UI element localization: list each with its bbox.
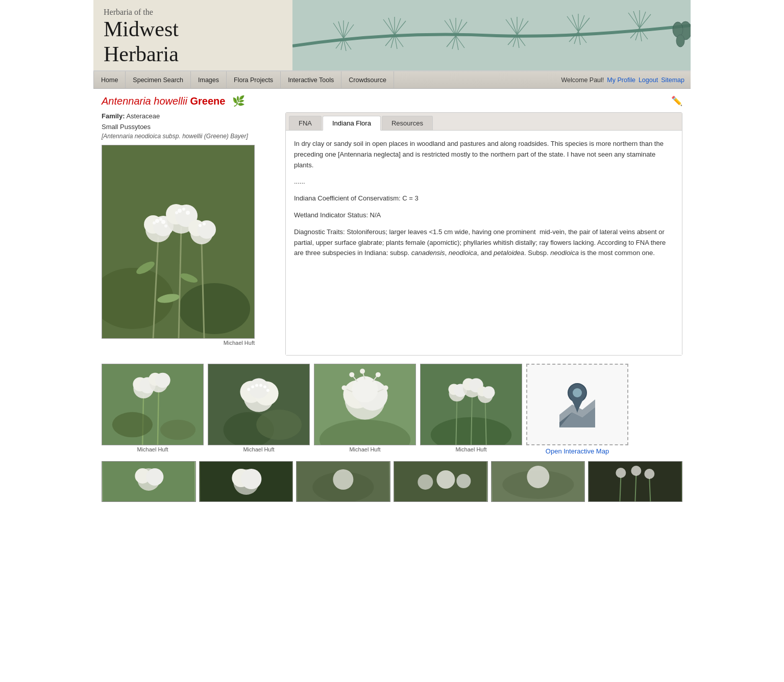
main-content: Antennaria howellii Greene 🌿 ✏️ Family: … [93,89,691,508]
nav-specimen-search[interactable]: Specimen Search [126,71,191,88]
gallery-item-2: Michael Huft [208,364,310,452]
svg-point-104 [249,378,269,399]
svg-point-126 [341,385,347,390]
gallery-item-4: Michael Huft [420,364,522,452]
bottom-thumb-3[interactable] [296,461,390,502]
svg-point-97 [160,420,195,440]
main-specimen-photo[interactable] [102,145,255,339]
svg-point-82 [199,224,202,227]
svg-point-83 [203,222,206,225]
tabs-header: FNA Indiana Flora Resources [286,113,682,131]
svg-point-78 [186,211,190,215]
nav-crowdsource[interactable]: Crowdsource [341,71,394,88]
svg-point-71 [164,224,167,228]
bottom-thumb-1[interactable] [102,461,196,502]
svg-point-96 [112,412,153,438]
content-diagnostic: Diagnostic Traits: Stoloniferous; larger… [294,227,674,259]
svg-point-100 [256,410,302,440]
tabs-container: FNA Indiana Flora Resources In dry clay … [285,112,682,356]
content-paragraph1: In dry clay or sandy soil in open places… [294,139,674,170]
content-wetland: Wetland Indicator Status: N/A [294,210,674,221]
open-interactive-map-link[interactable]: Open Interactive Map [546,447,609,455]
svg-point-107 [259,384,262,387]
nav-left: Home Specimen Search Images Flora Projec… [93,71,555,88]
svg-point-77 [175,211,178,214]
bottom-thumb-5[interactable] [491,461,585,502]
svg-point-155 [418,474,433,490]
svg-point-95 [155,373,170,388]
right-column: FNA Indiana Flora Resources In dry clay … [285,112,682,356]
plant-icon: 🌿 [232,95,245,107]
nav-flora-projects[interactable]: Flora Projects [227,71,281,88]
gallery-photo-4[interactable] [420,364,522,445]
svg-point-124 [383,385,388,390]
svg-point-165 [616,468,626,478]
site-title: Herbaria of the Midwest Herbaria [104,8,179,66]
family-info: Family: Asteraceae [102,112,275,120]
header-plant-image [292,0,691,71]
species-title-row: Antennaria howellii Greene 🌿 ✏️ [102,95,682,107]
svg-point-70 [161,220,165,224]
bottom-thumb-6[interactable] [588,461,682,502]
welcome-text: Welcome Paul! [561,77,604,84]
gallery-photo-1[interactable] [102,364,204,445]
gallery-photo-3[interactable] [314,364,416,445]
svg-point-166 [631,466,642,476]
nav-images[interactable]: Images [191,71,227,88]
left-column: Family: Asteraceae Small Pussytoes [Ante… [102,112,275,356]
nav-home[interactable]: Home [93,71,126,88]
svg-point-75 [178,209,182,213]
tab-fna[interactable]: FNA [289,116,322,130]
gallery-credit-1: Michael Huft [137,446,168,452]
nav-right: Welcome Paul! My Profile Logout Sitemap [555,71,691,88]
main-photo-svg [102,145,255,339]
svg-point-109 [266,389,270,392]
gallery-item-3: Michael Huft [314,364,416,452]
svg-point-108 [263,385,266,388]
content-conservatism: Indiana Coefficient of Conservatism: C =… [294,193,674,204]
tab-resources[interactable]: Resources [382,116,433,130]
sitemap-link[interactable]: Sitemap [661,77,684,84]
svg-point-142 [573,388,582,397]
edit-icon[interactable]: ✏️ [671,95,682,107]
logout-link[interactable]: Logout [639,77,658,84]
content-ellipsis: ...... [294,176,674,187]
bottom-thumb-4[interactable] [394,461,488,502]
synonym: [Antennaria neodioica subsp. howellii (G… [102,133,275,140]
bottom-thumb-2[interactable] [199,461,293,502]
map-button-item: Open Interactive Map [526,364,628,455]
my-profile-link[interactable]: My Profile [607,77,635,84]
main-photo-credit: Michael Huft [102,340,255,346]
svg-point-157 [456,474,471,488]
svg-point-123 [376,372,381,377]
nav-bar: Home Specimen Search Images Flora Projec… [93,71,691,89]
svg-point-60 [179,283,250,334]
header-banner: Herbaria of the Midwest Herbaria [93,0,691,71]
svg-point-153 [333,469,354,490]
svg-point-156 [436,470,455,489]
svg-point-150 [241,469,261,489]
svg-point-110 [247,388,250,391]
gallery-credit-2: Michael Huft [243,446,274,452]
gallery-section: Michael Huft [102,364,682,455]
svg-point-105 [251,385,254,388]
svg-point-69 [153,221,156,224]
svg-point-67 [155,219,159,223]
svg-point-57 [676,35,684,47]
tab-content-indiana-flora: In dry clay or sandy soil in open places… [286,131,682,355]
pine-branch-svg [292,0,691,71]
gallery-credit-3: Michael Huft [349,446,380,452]
svg-point-81 [198,220,216,239]
gallery-photo-2[interactable] [208,364,310,445]
species-name: Antennaria howellii Greene [102,95,225,107]
svg-point-167 [645,469,655,479]
nav-interactive-tools[interactable]: Interactive Tools [281,71,341,88]
tab-indiana-flora[interactable]: Indiana Flora [323,116,381,131]
svg-point-76 [182,208,185,211]
svg-point-160 [527,466,549,488]
svg-point-140 [483,386,495,398]
bottom-gallery [102,461,682,502]
content-columns: Family: Asteraceae Small Pussytoes [Ante… [102,112,682,356]
open-interactive-map-box[interactable] [526,364,628,445]
common-name: Small Pussytoes [102,123,275,131]
